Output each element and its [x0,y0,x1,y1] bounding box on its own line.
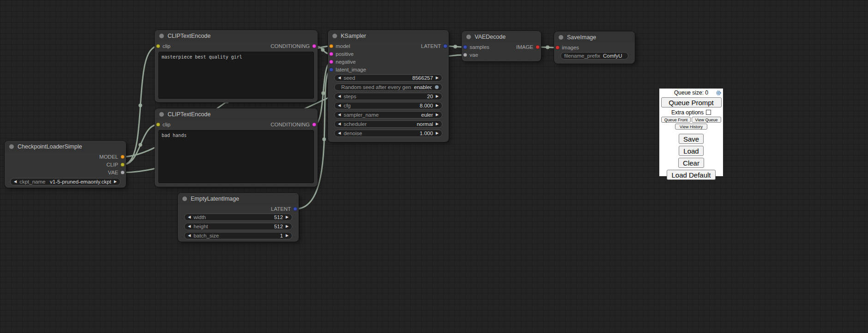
increment-arrow-icon[interactable]: ▶ [114,180,117,184]
increment-arrow-icon[interactable]: ▶ [436,76,439,80]
slot-row: model LATENT [328,42,449,50]
batch-size-widget[interactable]: ◀ batch_size 1 ▶ [184,232,292,239]
view-queue-button[interactable]: View Queue [692,117,721,123]
slot-row: MODEL [5,153,126,161]
node-collapse-dot[interactable] [159,112,164,117]
view-history-button[interactable]: View History [675,124,707,130]
extra-options-checkbox[interactable] [706,110,711,115]
images-input-slot[interactable] [555,45,560,49]
node-collapse-dot[interactable] [332,34,337,38]
decrement-arrow-icon[interactable]: ◀ [338,131,341,135]
random-seed-toggle-widget[interactable]: Random seed after every gen enabled [334,83,442,91]
widget-value: 512 [209,214,283,220]
queue-front-button[interactable]: Queue Front [661,117,691,123]
node-title-bar[interactable]: KSampler [328,30,449,42]
toggle-on-indicator[interactable] [435,85,439,89]
node-ksampler[interactable]: KSampler model LATENT positive negative … [328,30,449,142]
conditioning-output-slot[interactable] [312,122,316,126]
prompt-textarea[interactable]: bad hands [158,130,314,183]
denoise-widget[interactable]: ◀ denoise 1.000 ▶ [334,130,442,137]
samples-input-slot[interactable] [463,45,467,49]
ckpt-name-combo-widget[interactable]: ◀ ckpt_name v1-5-pruned-emaonly.ckpt ▶ [10,178,121,185]
decrement-arrow-icon[interactable]: ◀ [14,180,17,184]
queue-prompt-button[interactable]: Queue Prompt [661,97,722,107]
queue-size-label: Queue size: 0 [674,89,708,96]
increment-arrow-icon[interactable]: ▶ [436,104,439,107]
height-widget[interactable]: ◀ height 512 ▶ [184,223,292,230]
node-checkpoint-loader-simple[interactable]: CheckpointLoaderSimple MODEL CLIP VAE ◀ … [5,141,126,188]
prompt-textarea[interactable]: masterpiece best quality girl [158,52,314,99]
node-title-bar[interactable]: EmptyLatentImage [178,193,299,205]
node-empty-latent-image[interactable]: EmptyLatentImage LATENT ◀ width 512 ▶ ◀ … [178,193,299,242]
increment-arrow-icon[interactable]: ▶ [436,122,439,126]
cfg-widget[interactable]: ◀ cfg 8.000 ▶ [334,102,442,109]
sampler-name-widget[interactable]: ◀ sampler_name euler ▶ [334,111,442,119]
increment-arrow-icon[interactable]: ▶ [286,234,289,238]
node-save-image[interactable]: SaveImage images filename_prefix ComfyUI [554,31,635,64]
decrement-arrow-icon[interactable]: ◀ [338,104,341,107]
steps-widget[interactable]: ◀ steps 20 ▶ [334,93,442,100]
latent-image-input-slot[interactable] [329,67,333,71]
vae-input-slot[interactable] [463,53,467,57]
increment-arrow-icon[interactable]: ▶ [436,131,439,135]
node-title-bar[interactable]: CLIPTextEncode [155,108,318,120]
node-collapse-dot[interactable] [466,35,471,39]
widget-name: width [193,214,206,220]
graph-canvas[interactable]: CheckpointLoaderSimple MODEL CLIP VAE ◀ … [0,0,868,333]
scheduler-widget[interactable]: ◀ scheduler normal ▶ [334,120,442,128]
increment-arrow-icon[interactable]: ▶ [436,95,439,98]
node-collapse-dot[interactable] [9,144,14,149]
vae-output-slot[interactable] [121,170,125,174]
settings-gear-icon[interactable] [716,90,722,97]
model-output-slot[interactable] [121,155,125,159]
increment-arrow-icon[interactable]: ▶ [286,215,289,219]
decrement-arrow-icon[interactable]: ◀ [338,95,341,98]
save-button[interactable]: Save [679,134,704,144]
slot-row: latent_image [328,65,449,73]
widget-name: denoise [344,131,362,136]
latent-output-slot[interactable] [443,44,447,48]
link-midpoint-dot [139,104,142,107]
decrement-arrow-icon[interactable]: ◀ [188,225,191,228]
load-button[interactable]: Load [679,146,703,156]
output-label: CONDITIONING [271,43,310,49]
conditioning-output-slot[interactable] [312,44,316,48]
widget-value: 20 [359,94,433,99]
seed-widget[interactable]: ◀ seed 8566257 ▶ [334,74,442,82]
node-collapse-dot[interactable] [159,34,164,38]
node-collapse-dot[interactable] [559,35,563,40]
node-title-bar[interactable]: CheckpointLoaderSimple [5,141,126,153]
latent-output-slot[interactable] [293,207,297,211]
widget-name: batch_size [193,233,219,238]
output-label: VAE [108,170,118,175]
decrement-arrow-icon[interactable]: ◀ [338,76,341,80]
node-title-bar[interactable]: VAEDecode [462,31,541,43]
widget-value: 1 [222,233,283,238]
node-title-bar[interactable]: SaveImage [554,31,635,43]
node-clip-text-encode-negative[interactable]: CLIPTextEncode clip CONDITIONING bad han… [155,108,318,187]
negative-input-slot[interactable] [329,59,333,64]
node-title: CheckpointLoaderSimple [18,143,82,150]
decrement-arrow-icon[interactable]: ◀ [338,113,341,117]
increment-arrow-icon[interactable]: ▶ [286,225,289,228]
decrement-arrow-icon[interactable]: ◀ [188,234,191,238]
node-title-bar[interactable]: CLIPTextEncode [155,30,318,42]
decrement-arrow-icon[interactable]: ◀ [188,215,191,219]
clip-output-slot[interactable] [121,162,125,166]
filename-prefix-widget[interactable]: filename_prefix ComfyUI [561,52,628,59]
node-collapse-dot[interactable] [182,196,187,201]
node-clip-text-encode-positive[interactable]: CLIPTextEncode clip CONDITIONING masterp… [155,30,318,102]
positive-input-slot[interactable] [329,52,333,56]
clip-input-slot[interactable] [156,122,160,126]
image-output-slot[interactable] [536,45,540,49]
slot-row: images [554,43,635,51]
load-default-button[interactable]: Load Default [667,170,715,180]
input-label: clip [163,43,170,49]
increment-arrow-icon[interactable]: ▶ [436,113,439,117]
model-input-slot[interactable] [329,44,333,48]
decrement-arrow-icon[interactable]: ◀ [338,122,341,126]
clip-input-slot[interactable] [156,44,160,48]
width-widget[interactable]: ◀ width 512 ▶ [184,214,292,221]
node-vae-decode[interactable]: VAEDecode samples IMAGE vae [462,31,541,61]
clear-button[interactable]: Clear [678,158,704,168]
